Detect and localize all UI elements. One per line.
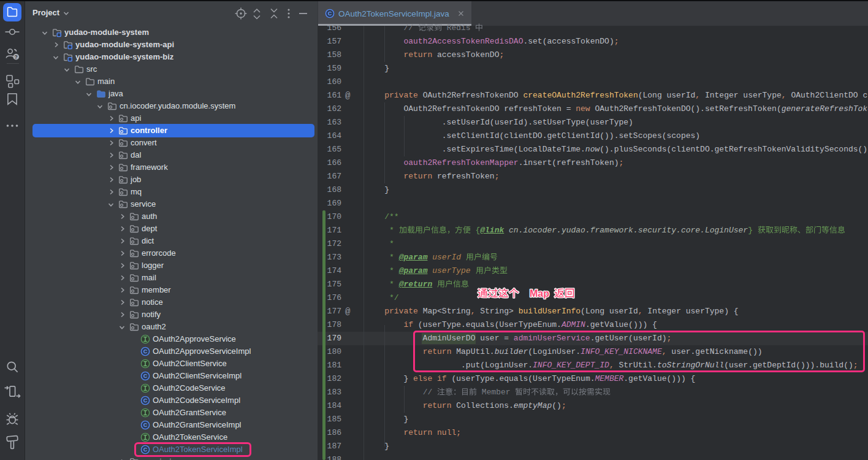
svg-text:C: C — [143, 348, 148, 355]
svg-text:C: C — [143, 422, 148, 428]
svg-text:Map: Map — [530, 288, 549, 299]
svg-text:C: C — [143, 373, 148, 379]
svg-text:?: ? — [15, 54, 18, 60]
svg-text:C: C — [143, 397, 148, 404]
